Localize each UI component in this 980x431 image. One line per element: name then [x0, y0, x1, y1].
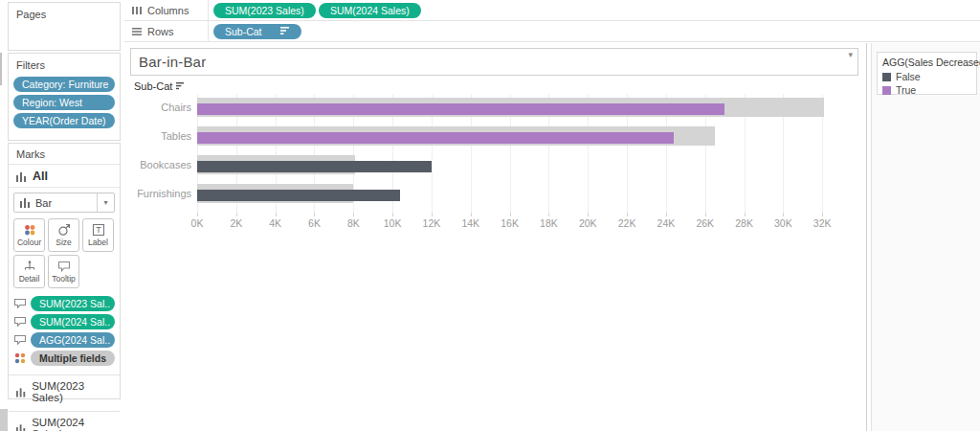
marks-pill[interactable]: SUM(2023 Sal..	[31, 296, 115, 311]
row-header-chairs[interactable]: Chairs	[124, 102, 191, 113]
columns-pill[interactable]: SUM(2024 Sales)	[319, 3, 421, 18]
marks-all-label: All	[33, 170, 48, 183]
x-tick-label: 12K	[414, 217, 449, 229]
marks-all-row[interactable]: All	[9, 165, 120, 188]
x-tick-label: 16K	[493, 217, 527, 229]
size-button-label: Size	[56, 238, 72, 247]
columns-pill-list: SUM(2023 Sales)SUM(2024 Sales)	[209, 3, 421, 18]
label-button[interactable]: T Label	[82, 218, 114, 252]
x-tick-label: 18K	[531, 217, 566, 229]
row-header-furnishings[interactable]: Furnishings	[124, 188, 191, 199]
bar-chart-icon	[14, 197, 31, 208]
x-tick-label: 2K	[219, 217, 254, 229]
axis-tick-mark	[588, 213, 589, 216]
rows-pill-list: Sub-Cat	[209, 24, 301, 39]
columns-pill[interactable]: SUM(2023 Sales)	[213, 3, 316, 18]
label-button-label: Label	[88, 238, 108, 247]
legend-item-false[interactable]: False	[878, 70, 976, 83]
mark-type-dropdown[interactable]: Bar ▾	[13, 193, 115, 213]
rows-label-text: Rows	[147, 26, 174, 37]
legend-item-true[interactable]: True	[878, 83, 976, 97]
columns-shelf-label: Columns	[124, 0, 209, 20]
tableau-window: Pages Filters Category: FurnitureRegion:…	[0, 0, 980, 431]
legend-item-list: FalseTrue	[878, 70, 976, 97]
x-tick-label: 32K	[805, 217, 839, 229]
bar-2024-chairs[interactable]	[197, 103, 724, 115]
tooltip-icon	[57, 260, 71, 273]
axis-tick-mark	[432, 213, 433, 216]
x-tick-label: 30K	[766, 217, 800, 229]
sheet-title: Bar-in-Bar	[131, 49, 858, 70]
marks-pill-row: SUM(2023 Sal..	[13, 296, 115, 311]
filter-pill[interactable]: Category: Furniture	[13, 77, 115, 92]
columns-icon	[132, 6, 142, 15]
rows-pill-sub-cat[interactable]: Sub-Cat	[213, 24, 301, 39]
plot-area[interactable]	[197, 94, 859, 213]
filters-shelf[interactable]: Filters Category: FurnitureRegion: WestY…	[8, 53, 121, 141]
columns-shelf[interactable]: Columns SUM(2023 Sales)SUM(2024 Sales)	[124, 0, 980, 21]
legend-panel: AGG(Sales Decreased) FalseTrue	[871, 43, 980, 431]
detail-icon	[23, 260, 36, 273]
size-button[interactable]: Size	[48, 218, 79, 252]
colour-button[interactable]: Colour	[13, 218, 45, 252]
chevron-down-icon[interactable]: ▾	[97, 193, 114, 212]
worksheet-area: Bar-in-Bar ▾ Sub-Cat ChairsTablesBookcas…	[124, 43, 867, 431]
pages-title: Pages	[9, 3, 120, 24]
marks-pill-row: AGG(2024 Sal..	[13, 332, 115, 348]
marks-pill[interactable]: Multiple fields	[31, 351, 115, 366]
tooltip-button-label: Tooltip	[52, 274, 76, 284]
legend-card[interactable]: AGG(Sales Decreased) FalseTrue	[877, 52, 977, 95]
colour-icon	[13, 352, 27, 364]
row-header-bookcases[interactable]: Bookcases	[124, 159, 191, 170]
window-edge-grip	[0, 409, 8, 431]
marks-buttons: Colour Size T Label Detail Tooltip	[9, 217, 120, 292]
colour-button-label: Colour	[17, 238, 41, 247]
window-edge-tick	[0, 53, 2, 85]
marks-pill-row: Multiple fields	[13, 351, 115, 366]
sort-icon[interactable]	[176, 82, 185, 90]
bar-2024-furnishings[interactable]	[197, 190, 400, 201]
bar-chart-icon	[16, 387, 26, 397]
x-tick-label: 0K	[180, 217, 214, 229]
filter-pill[interactable]: Region: West	[13, 95, 115, 110]
row-field-header[interactable]: Sub-Cat	[134, 80, 185, 92]
row-header-tables[interactable]: Tables	[124, 130, 191, 142]
chevron-down-icon[interactable]: ▾	[848, 50, 853, 59]
axis-tick-mark	[822, 213, 823, 216]
tooltip-icon	[13, 298, 27, 309]
label-icon: T	[92, 223, 105, 237]
rows-pill-label: Sub-Cat	[225, 24, 262, 39]
measure-card-label: SUM(2024 Sales)	[32, 417, 112, 431]
measure-card-label: SUM(2023 Sales)	[32, 380, 112, 403]
columns-label-text: Columns	[147, 5, 189, 16]
filter-pill[interactable]: YEAR(Order Date)	[13, 113, 115, 128]
x-tick-label: 28K	[727, 217, 762, 229]
axis-tick-mark	[783, 213, 784, 216]
legend-swatch	[882, 73, 891, 81]
axis-tick-mark	[471, 213, 472, 216]
x-tick-label: 20K	[570, 217, 605, 229]
rows-shelf[interactable]: Rows Sub-Cat	[124, 21, 980, 42]
legend-title: AGG(Sales Decreased)	[878, 53, 976, 70]
detail-button[interactable]: Detail	[13, 255, 45, 288]
marks-pill[interactable]: AGG(2024 Sal..	[31, 332, 115, 348]
axis-tick-mark	[276, 213, 277, 216]
bar-2024-tables[interactable]	[197, 132, 674, 144]
measure-card-2024[interactable]: SUM(2024 Sales)	[9, 411, 120, 431]
axis-tick-mark	[353, 213, 354, 216]
marks-card: Marks All Bar ▾ Colour Size T Label	[8, 143, 121, 399]
sheet-title-box[interactable]: Bar-in-Bar ▾	[130, 48, 858, 76]
tooltip-icon	[13, 316, 27, 328]
sort-icon[interactable]	[280, 27, 290, 35]
bar-2024-bookcases[interactable]	[197, 161, 432, 172]
axis-tick-mark	[627, 213, 628, 216]
x-tick-label: 6K	[297, 217, 331, 229]
pages-shelf[interactable]: Pages	[8, 2, 121, 51]
marks-title: Marks	[9, 144, 120, 165]
x-tick-label: 4K	[258, 217, 293, 229]
measure-card-2023[interactable]: SUM(2023 Sales)	[9, 374, 120, 408]
x-tick-label: 14K	[454, 217, 488, 229]
colour-icon	[23, 223, 36, 237]
marks-pill[interactable]: SUM(2024 Sal..	[31, 314, 115, 329]
tooltip-button[interactable]: Tooltip	[48, 255, 79, 288]
